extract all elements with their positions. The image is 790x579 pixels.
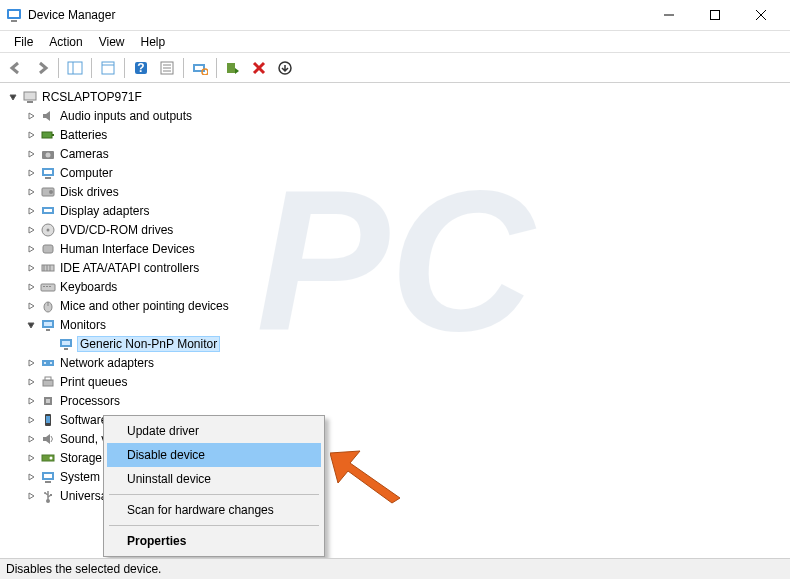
device-tree[interactable]: RCSLAPTOP971F Audio inputs and outputs B… (0, 83, 790, 558)
software-icon (40, 412, 56, 428)
expander-icon[interactable] (6, 90, 20, 104)
tree-item-mice[interactable]: Mice and other pointing devices (0, 296, 790, 315)
tree-item-keyboards[interactable]: Keyboards (0, 277, 790, 296)
expander-icon[interactable] (24, 109, 38, 123)
toolbar-separator (124, 58, 125, 78)
context-menu: Update driver Disable device Uninstall d… (103, 415, 325, 557)
tree-item-label: Processors (60, 394, 120, 408)
svg-rect-25 (27, 101, 33, 103)
svg-point-38 (47, 228, 50, 231)
svg-rect-62 (46, 399, 50, 403)
expander-spacer (42, 337, 56, 351)
disable-device-button[interactable] (247, 56, 271, 80)
expander-icon[interactable] (24, 470, 38, 484)
tree-item-label: IDE ATA/ATAPI controllers (60, 261, 199, 275)
monitor-icon (58, 336, 74, 352)
tree-root[interactable]: RCSLAPTOP971F (0, 87, 790, 106)
ctx-scan-hardware[interactable]: Scan for hardware changes (107, 498, 321, 522)
expander-icon[interactable] (24, 166, 38, 180)
scan-hardware-button[interactable] (188, 56, 212, 80)
svg-rect-1 (9, 11, 19, 17)
expander-icon[interactable] (24, 375, 38, 389)
tree-item-dvd[interactable]: DVD/CD-ROM drives (0, 220, 790, 239)
speaker-icon (40, 108, 56, 124)
help-button[interactable]: ? (129, 56, 153, 80)
tree-item-ide[interactable]: IDE ATA/ATAPI controllers (0, 258, 790, 277)
menu-file[interactable]: File (6, 33, 41, 51)
expander-icon[interactable] (24, 147, 38, 161)
svg-rect-27 (52, 134, 54, 136)
ctx-uninstall-device[interactable]: Uninstall device (107, 467, 321, 491)
tree-item-label: Network adapters (60, 356, 154, 370)
ctx-disable-device[interactable]: Disable device (107, 443, 321, 467)
menu-action[interactable]: Action (41, 33, 90, 51)
show-hide-button[interactable] (63, 56, 87, 80)
back-button[interactable] (4, 56, 28, 80)
ctx-update-driver[interactable]: Update driver (107, 419, 321, 443)
svg-rect-64 (46, 416, 50, 423)
expander-icon[interactable] (24, 451, 38, 465)
svg-rect-9 (102, 62, 114, 74)
tree-item-audio[interactable]: Audio inputs and outputs (0, 106, 790, 125)
expander-icon[interactable] (24, 185, 38, 199)
expander-icon[interactable] (24, 261, 38, 275)
tree-item-monitors[interactable]: Monitors (0, 315, 790, 334)
network-icon (40, 355, 56, 371)
window-title: Device Manager (28, 8, 646, 22)
forward-button[interactable] (30, 56, 54, 80)
svg-rect-7 (68, 62, 82, 74)
hid-icon (40, 241, 56, 257)
toolbar-separator (91, 58, 92, 78)
svg-rect-26 (42, 132, 52, 138)
minimize-button[interactable] (646, 0, 692, 30)
tree-item-generic-monitor[interactable]: Generic Non-PnP Monitor (0, 334, 790, 353)
tree-item-disk-drives[interactable]: Disk drives (0, 182, 790, 201)
uninstall-device-button[interactable] (273, 56, 297, 80)
ctx-separator (109, 525, 319, 526)
tree-item-print-queues[interactable]: Print queues (0, 372, 790, 391)
expander-icon[interactable] (24, 318, 38, 332)
ctx-properties[interactable]: Properties (107, 529, 321, 553)
tree-item-label: Cameras (60, 147, 109, 161)
properties-sheet-button[interactable] (155, 56, 179, 80)
tree-item-network[interactable]: Network adapters (0, 353, 790, 372)
svg-point-58 (50, 362, 52, 364)
svg-rect-47 (49, 286, 51, 287)
svg-rect-52 (46, 329, 50, 331)
maximize-button[interactable] (692, 0, 738, 30)
svg-rect-55 (64, 348, 68, 350)
properties-toolbar-button[interactable] (96, 56, 120, 80)
expander-icon[interactable] (24, 223, 38, 237)
svg-rect-73 (50, 494, 52, 496)
tree-item-cameras[interactable]: Cameras (0, 144, 790, 163)
expander-icon[interactable] (24, 413, 38, 427)
expander-icon[interactable] (24, 280, 38, 294)
close-button[interactable] (738, 0, 784, 30)
expander-icon[interactable] (24, 204, 38, 218)
expander-icon[interactable] (24, 299, 38, 313)
menu-help[interactable]: Help (133, 33, 174, 51)
toolbar-separator (183, 58, 184, 78)
tree-item-batteries[interactable]: Batteries (0, 125, 790, 144)
svg-rect-20 (227, 63, 235, 73)
svg-rect-18 (195, 66, 203, 70)
status-text: Disables the selected device. (6, 562, 161, 576)
tree-item-hid[interactable]: Human Interface Devices (0, 239, 790, 258)
keyboard-icon (40, 279, 56, 295)
svg-text:?: ? (137, 61, 144, 75)
expander-icon[interactable] (24, 432, 38, 446)
enable-device-button[interactable] (221, 56, 245, 80)
tree-item-label: DVD/CD-ROM drives (60, 223, 173, 237)
tree-item-processors[interactable]: Processors (0, 391, 790, 410)
expander-icon[interactable] (24, 394, 38, 408)
expander-icon[interactable] (24, 128, 38, 142)
expander-icon[interactable] (24, 489, 38, 503)
expander-icon[interactable] (24, 356, 38, 370)
svg-rect-2 (11, 20, 17, 22)
svg-point-29 (46, 152, 51, 157)
tree-item-display-adapters[interactable]: Display adapters (0, 201, 790, 220)
tree-item-computer[interactable]: Computer (0, 163, 790, 182)
expander-icon[interactable] (24, 242, 38, 256)
svg-rect-69 (45, 481, 51, 483)
menu-view[interactable]: View (91, 33, 133, 51)
